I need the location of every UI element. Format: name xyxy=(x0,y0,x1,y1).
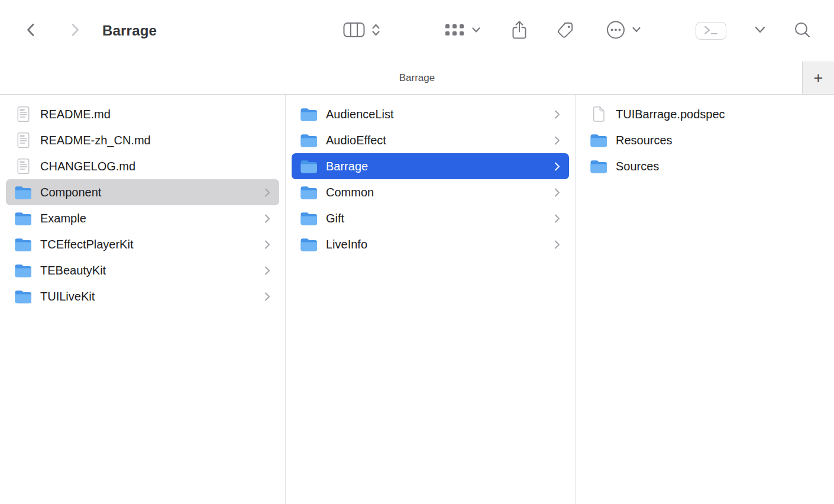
file-row[interactable]: Resources xyxy=(581,127,828,153)
file-row[interactable]: Gift xyxy=(292,205,569,231)
markdown-document-icon xyxy=(14,159,33,174)
column-3: TUIBarrage.podspecResourcesSources xyxy=(576,95,834,504)
file-name: Barrage xyxy=(326,160,368,173)
chevron-right-icon xyxy=(554,214,560,224)
window-title: Barrage xyxy=(102,22,157,39)
group-grid-icon xyxy=(444,22,466,40)
file-row[interactable]: TEBeautyKit xyxy=(6,257,279,283)
toolbar: Barrage xyxy=(0,0,834,62)
search-button[interactable] xyxy=(793,21,812,41)
folder-icon xyxy=(14,185,33,200)
chevron-down-icon xyxy=(471,27,481,35)
column-view-icon xyxy=(343,22,365,40)
folder-icon xyxy=(590,159,608,174)
file-name: Example xyxy=(40,212,86,225)
file-row[interactable]: Barrage xyxy=(292,153,569,179)
tab-bar: Barrage + xyxy=(0,62,834,95)
chevron-right-icon xyxy=(554,109,560,119)
file-row[interactable]: CHANGELOG.md xyxy=(6,153,279,179)
folder-icon xyxy=(14,211,33,226)
file-row[interactable]: LiveInfo xyxy=(292,231,569,257)
toolbar-overflow-button[interactable] xyxy=(754,25,767,36)
share-icon xyxy=(511,20,528,42)
folder-icon xyxy=(300,211,318,226)
chevron-right-icon xyxy=(554,135,560,146)
file-row[interactable]: TUIBarrage.podspec xyxy=(581,101,828,127)
chevron-right-icon xyxy=(554,188,560,198)
markdown-document-icon xyxy=(14,106,33,122)
file-name: README.md xyxy=(40,108,111,121)
column-browser: README.mdREADME-zh_CN.mdCHANGELOG.mdComp… xyxy=(0,95,834,504)
file-row[interactable]: Sources xyxy=(581,153,828,179)
chevron-back-icon xyxy=(24,21,39,41)
file-name: LiveInfo xyxy=(326,238,367,251)
file-name: TUILiveKit xyxy=(40,290,95,303)
file-name: Sources xyxy=(616,160,659,173)
view-mode-control[interactable] xyxy=(343,22,381,40)
chevron-forward-icon xyxy=(67,21,82,41)
file-name: Resources xyxy=(616,134,673,147)
file-row[interactable]: Component xyxy=(6,179,279,205)
search-icon xyxy=(793,21,812,41)
updown-chevrons-icon xyxy=(371,22,381,40)
file-name: TUIBarrage.podspec xyxy=(616,108,725,121)
chevron-right-icon xyxy=(264,266,270,276)
file-row[interactable]: README.md xyxy=(6,101,279,127)
chevron-right-icon xyxy=(554,240,560,250)
file-name: README-zh_CN.md xyxy=(40,134,151,147)
file-name: TEBeautyKit xyxy=(40,264,106,277)
chevron-right-icon xyxy=(264,214,270,224)
file-name: Gift xyxy=(326,212,344,225)
markdown-document-icon xyxy=(14,133,33,148)
folder-icon xyxy=(300,159,318,174)
file-name: AudienceList xyxy=(326,108,394,121)
file-name: AudioEffect xyxy=(326,134,386,147)
column-1: README.mdREADME-zh_CN.mdCHANGELOG.mdComp… xyxy=(0,95,286,504)
chevron-down-icon xyxy=(632,27,641,35)
terminal-extension-button[interactable] xyxy=(696,22,726,40)
folder-icon xyxy=(14,289,33,304)
folder-icon xyxy=(14,237,33,252)
folder-icon xyxy=(300,107,318,122)
file-row[interactable]: AudioEffect xyxy=(292,127,569,153)
file-row[interactable]: README-zh_CN.md xyxy=(6,127,279,153)
chevron-right-icon xyxy=(264,292,270,302)
tags-button[interactable] xyxy=(557,21,576,41)
forward-button[interactable] xyxy=(67,21,82,41)
document-icon xyxy=(590,106,608,122)
back-button[interactable] xyxy=(24,21,39,41)
share-button[interactable] xyxy=(511,20,528,42)
file-row[interactable]: Common xyxy=(292,179,569,205)
chevron-right-icon xyxy=(264,188,270,198)
folder-icon xyxy=(14,263,33,278)
folder-icon xyxy=(300,133,318,148)
more-actions-control[interactable] xyxy=(606,20,641,42)
tag-icon xyxy=(557,21,576,41)
terminal-prompt-icon xyxy=(703,25,719,37)
file-name: TCEffectPlayerKit xyxy=(40,238,133,251)
finder-window: Barrage xyxy=(0,0,834,504)
file-name: Common xyxy=(326,186,374,199)
chevron-right-icon xyxy=(554,161,560,172)
tab-title[interactable]: Barrage xyxy=(399,72,435,84)
file-row[interactable]: AudienceList xyxy=(292,101,569,127)
group-by-control[interactable] xyxy=(444,22,481,40)
file-row[interactable]: Example xyxy=(6,205,279,231)
new-tab-button[interactable]: + xyxy=(802,62,834,94)
folder-icon xyxy=(590,133,608,148)
folder-icon xyxy=(300,185,318,200)
file-name: Component xyxy=(40,186,101,199)
column-2: AudienceListAudioEffectBarrageCommonGift… xyxy=(286,95,576,504)
chevron-down-icon xyxy=(754,25,767,36)
chevron-right-icon xyxy=(264,240,270,250)
file-row[interactable]: TUILiveKit xyxy=(6,283,279,309)
folder-icon xyxy=(300,237,318,252)
ellipsis-circle-icon xyxy=(606,20,626,42)
file-row[interactable]: TCEffectPlayerKit xyxy=(6,231,279,257)
file-name: CHANGELOG.md xyxy=(40,160,135,173)
